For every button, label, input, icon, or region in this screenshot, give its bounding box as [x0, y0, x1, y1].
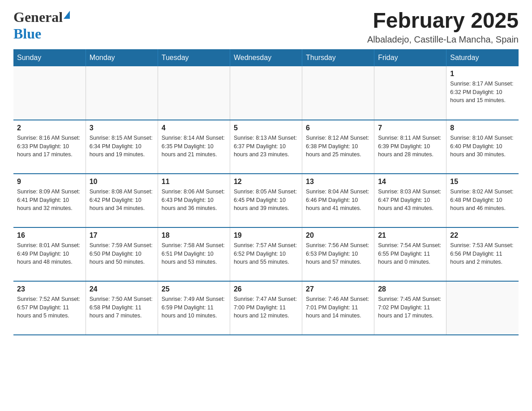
calendar-day-header: Monday [86, 49, 158, 66]
logo-general-text: General [13, 9, 63, 26]
calendar-cell: 8Sunrise: 8:10 AM Sunset: 6:40 PM Daylig… [446, 120, 519, 174]
day-number: 26 [234, 285, 298, 293]
day-number: 14 [378, 178, 442, 186]
day-number: 2 [17, 124, 82, 132]
day-number: 5 [234, 124, 298, 132]
calendar-cell [158, 66, 230, 120]
calendar-cell [374, 66, 446, 120]
calendar-cell: 17Sunrise: 7:59 AM Sunset: 6:50 PM Dayli… [86, 227, 158, 281]
calendar-cell: 9Sunrise: 8:09 AM Sunset: 6:41 PM Daylig… [13, 174, 86, 227]
day-info: Sunrise: 8:11 AM Sunset: 6:39 PM Dayligh… [378, 134, 442, 159]
calendar-cell: 19Sunrise: 7:57 AM Sunset: 6:52 PM Dayli… [230, 227, 302, 281]
day-info: Sunrise: 8:10 AM Sunset: 6:40 PM Dayligh… [450, 134, 515, 159]
day-info: Sunrise: 7:53 AM Sunset: 6:56 PM Dayligh… [450, 241, 515, 266]
calendar-day-header: Tuesday [158, 49, 230, 66]
calendar-cell: 6Sunrise: 8:12 AM Sunset: 6:38 PM Daylig… [302, 120, 374, 174]
day-info: Sunrise: 8:02 AM Sunset: 6:48 PM Dayligh… [450, 188, 515, 213]
day-info: Sunrise: 8:14 AM Sunset: 6:35 PM Dayligh… [162, 134, 226, 159]
calendar-cell: 11Sunrise: 8:06 AM Sunset: 6:43 PM Dayli… [158, 174, 230, 227]
calendar-cell [13, 66, 86, 120]
day-info: Sunrise: 7:46 AM Sunset: 7:01 PM Dayligh… [306, 295, 370, 320]
calendar-cell: 15Sunrise: 8:02 AM Sunset: 6:48 PM Dayli… [446, 174, 519, 227]
day-number: 10 [90, 178, 154, 186]
calendar-cell: 16Sunrise: 8:01 AM Sunset: 6:49 PM Dayli… [13, 227, 86, 281]
calendar-cell: 13Sunrise: 8:04 AM Sunset: 6:46 PM Dayli… [302, 174, 374, 227]
day-info: Sunrise: 8:06 AM Sunset: 6:43 PM Dayligh… [162, 188, 226, 213]
day-info: Sunrise: 8:01 AM Sunset: 6:49 PM Dayligh… [17, 241, 82, 266]
calendar-cell: 1Sunrise: 8:17 AM Sunset: 6:32 PM Daylig… [446, 66, 519, 120]
day-info: Sunrise: 8:05 AM Sunset: 6:45 PM Dayligh… [234, 188, 298, 213]
logo-triangle-icon [64, 11, 70, 19]
day-info: Sunrise: 7:50 AM Sunset: 6:58 PM Dayligh… [90, 295, 154, 320]
day-number: 15 [450, 178, 515, 186]
calendar-cell [230, 66, 302, 120]
logo-blue-word: Blue [13, 26, 41, 42]
day-number: 12 [234, 178, 298, 186]
day-info: Sunrise: 8:12 AM Sunset: 6:38 PM Dayligh… [306, 134, 370, 159]
calendar-day-header: Sunday [13, 49, 86, 66]
day-number: 3 [90, 124, 154, 132]
day-info: Sunrise: 7:45 AM Sunset: 7:02 PM Dayligh… [378, 295, 442, 320]
calendar-day-header: Wednesday [230, 49, 302, 66]
calendar-cell: 22Sunrise: 7:53 AM Sunset: 6:56 PM Dayli… [446, 227, 519, 281]
calendar-week-row: 16Sunrise: 8:01 AM Sunset: 6:49 PM Dayli… [13, 227, 519, 281]
day-number: 27 [306, 285, 370, 293]
day-number: 16 [17, 231, 82, 240]
calendar-cell: 27Sunrise: 7:46 AM Sunset: 7:01 PM Dayli… [302, 281, 374, 335]
day-number: 23 [17, 285, 82, 293]
calendar-cell: 2Sunrise: 8:16 AM Sunset: 6:33 PM Daylig… [13, 120, 86, 174]
calendar-cell [302, 66, 374, 120]
calendar-cell: 24Sunrise: 7:50 AM Sunset: 6:58 PM Dayli… [86, 281, 158, 335]
day-number: 21 [378, 231, 442, 240]
calendar-week-row: 1Sunrise: 8:17 AM Sunset: 6:32 PM Daylig… [13, 66, 519, 120]
day-number: 17 [90, 231, 154, 240]
day-number: 9 [17, 178, 82, 186]
day-info: Sunrise: 8:16 AM Sunset: 6:33 PM Dayligh… [17, 134, 82, 159]
day-info: Sunrise: 8:09 AM Sunset: 6:41 PM Dayligh… [17, 188, 82, 213]
day-info: Sunrise: 7:54 AM Sunset: 6:55 PM Dayligh… [378, 241, 442, 266]
day-number: 1 [450, 70, 515, 78]
calendar-cell: 23Sunrise: 7:52 AM Sunset: 6:57 PM Dayli… [13, 281, 86, 335]
day-info: Sunrise: 8:04 AM Sunset: 6:46 PM Dayligh… [306, 188, 370, 213]
calendar-cell: 26Sunrise: 7:47 AM Sunset: 7:00 PM Dayli… [230, 281, 302, 335]
page-subtitle: Albaladejo, Castille-La Mancha, Spain [367, 34, 519, 45]
calendar-cell: 10Sunrise: 8:08 AM Sunset: 6:42 PM Dayli… [86, 174, 158, 227]
calendar-cell: 18Sunrise: 7:58 AM Sunset: 6:51 PM Dayli… [158, 227, 230, 281]
page-header: General Blue February 2025 Albaladejo, C… [13, 9, 519, 45]
day-number: 22 [450, 231, 515, 240]
calendar-cell: 3Sunrise: 8:15 AM Sunset: 6:34 PM Daylig… [86, 120, 158, 174]
day-info: Sunrise: 8:03 AM Sunset: 6:47 PM Dayligh… [378, 188, 442, 213]
calendar-table: SundayMondayTuesdayWednesdayThursdayFrid… [13, 49, 519, 335]
calendar-cell [446, 281, 519, 335]
logo: General Blue [13, 9, 71, 42]
calendar-cell: 14Sunrise: 8:03 AM Sunset: 6:47 PM Dayli… [374, 174, 446, 227]
day-number: 25 [162, 285, 226, 293]
calendar-cell: 25Sunrise: 7:49 AM Sunset: 6:59 PM Dayli… [158, 281, 230, 335]
day-info: Sunrise: 7:59 AM Sunset: 6:50 PM Dayligh… [90, 241, 154, 266]
calendar-week-row: 2Sunrise: 8:16 AM Sunset: 6:33 PM Daylig… [13, 120, 519, 174]
calendar-cell: 28Sunrise: 7:45 AM Sunset: 7:02 PM Dayli… [374, 281, 446, 335]
calendar-week-row: 23Sunrise: 7:52 AM Sunset: 6:57 PM Dayli… [13, 281, 519, 335]
day-info: Sunrise: 7:47 AM Sunset: 7:00 PM Dayligh… [234, 295, 298, 320]
calendar-cell: 5Sunrise: 8:13 AM Sunset: 6:37 PM Daylig… [230, 120, 302, 174]
day-info: Sunrise: 8:17 AM Sunset: 6:32 PM Dayligh… [450, 80, 515, 105]
calendar-cell [86, 66, 158, 120]
day-number: 13 [306, 178, 370, 186]
day-info: Sunrise: 8:13 AM Sunset: 6:37 PM Dayligh… [234, 134, 298, 159]
calendar-week-row: 9Sunrise: 8:09 AM Sunset: 6:41 PM Daylig… [13, 174, 519, 227]
day-number: 4 [162, 124, 226, 132]
day-number: 6 [306, 124, 370, 132]
day-number: 24 [90, 285, 154, 293]
title-section: February 2025 Albaladejo, Castille-La Ma… [367, 9, 519, 45]
day-number: 20 [306, 231, 370, 240]
day-number: 28 [378, 285, 442, 293]
page-title: February 2025 [367, 9, 519, 33]
calendar-cell: 4Sunrise: 8:14 AM Sunset: 6:35 PM Daylig… [158, 120, 230, 174]
day-info: Sunrise: 7:56 AM Sunset: 6:53 PM Dayligh… [306, 241, 370, 266]
day-number: 7 [378, 124, 442, 132]
calendar-cell: 12Sunrise: 8:05 AM Sunset: 6:45 PM Dayli… [230, 174, 302, 227]
calendar-cell: 21Sunrise: 7:54 AM Sunset: 6:55 PM Dayli… [374, 227, 446, 281]
day-number: 18 [162, 231, 226, 240]
day-info: Sunrise: 7:57 AM Sunset: 6:52 PM Dayligh… [234, 241, 298, 266]
calendar-header-row: SundayMondayTuesdayWednesdayThursdayFrid… [13, 49, 519, 66]
